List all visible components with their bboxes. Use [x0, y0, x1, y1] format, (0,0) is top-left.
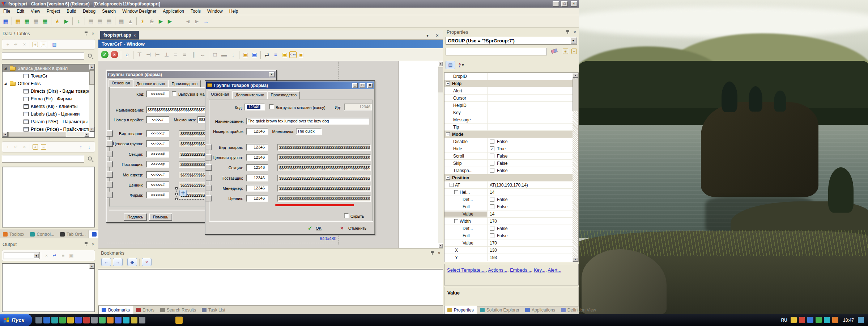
close-pane-icon[interactable]: ×: [438, 251, 441, 255]
window-titlebar[interactable]: fsoptsprt - Clarion [version 6] (Release…: [0, 0, 579, 8]
alphabetical-sort-icon[interactable]: AZ ▼: [457, 61, 467, 69]
tray-icon[interactable]: [807, 317, 813, 323]
lookup-button[interactable]: [106, 181, 113, 188]
mini-toolbar-icon[interactable]: ↵: [12, 143, 20, 151]
close-pane-icon[interactable]: ×: [573, 30, 576, 34]
dock-tab[interactable]: Definition View: [558, 306, 599, 314]
form-preview-window[interactable]: Группы товаров (форма) _ □ × Основная До…: [205, 80, 375, 235]
quick-launch-icon[interactable]: [91, 317, 98, 323]
designer-toolbar-icon[interactable]: ↔: [198, 50, 207, 59]
designer-toolbar-icon[interactable]: ≡: [271, 50, 280, 59]
close-icon[interactable]: ×: [269, 72, 275, 77]
toolbar-icon[interactable]: ▦: [31, 17, 41, 26]
property-checkbox[interactable]: [490, 204, 494, 209]
mini-toolbar-icon[interactable]: +: [33, 144, 38, 150]
quick-launch-icon[interactable]: [35, 317, 42, 323]
property-row[interactable]: Def... False: [444, 225, 573, 232]
language-indicator[interactable]: RU: [781, 318, 787, 323]
code-field[interactable]: 12346: [246, 185, 268, 192]
tray-icon[interactable]: [816, 317, 822, 323]
help-button[interactable]: Помощь: [149, 213, 172, 221]
designer-toolbar-icon[interactable]: ×: [111, 51, 118, 58]
designer-toolbar-icon[interactable]: =: [171, 50, 180, 59]
search-icon[interactable]: [88, 156, 92, 160]
tree-horizontal-scrollbar[interactable]: ◄ ►: [3, 132, 89, 137]
mini-toolbar-icon[interactable]: ▥: [50, 41, 59, 48]
designer-toolbar-icon[interactable]: ⊥: [162, 50, 171, 59]
dock-tab[interactable]: Errors: [133, 306, 157, 314]
toolbar-icon[interactable]: ★: [53, 17, 62, 26]
property-checkbox[interactable]: [490, 161, 494, 166]
output-toolbar-icon[interactable]: ≡: [59, 252, 67, 259]
mini-toolbar-icon[interactable]: −: [41, 144, 46, 150]
columns-list[interactable]: [2, 167, 95, 227]
show-desktop-icon[interactable]: [858, 317, 864, 323]
tree-item[interactable]: ◢ Other Files: [3, 80, 94, 87]
designer-toolbar-icon[interactable]: ▣: [250, 50, 259, 59]
tree-vertical-scrollbar[interactable]: ▲ ▼: [89, 64, 94, 132]
bookmark-toolbar-icon[interactable]: [125, 259, 125, 266]
mini-toolbar-icon[interactable]: [30, 41, 30, 48]
ok-button[interactable]: OK: [316, 226, 322, 230]
collapse-all-icon[interactable]: −: [571, 49, 577, 54]
scroll-down-icon[interactable]: ▼: [573, 257, 578, 262]
mini-toolbar-icon[interactable]: −: [41, 42, 46, 47]
dock-tab[interactable]: Properties: [444, 306, 477, 314]
menu-item[interactable]: File: [0, 8, 13, 15]
mini-toolbar-icon[interactable]: +: [33, 42, 38, 47]
property-row[interactable]: Disable False: [444, 138, 573, 145]
minimize-icon[interactable]: _: [352, 83, 358, 88]
designer-toolbar-icon[interactable]: [239, 51, 239, 59]
code-field[interactable]: <<<<<#: [146, 151, 169, 158]
property-row[interactable]: DropID: [444, 73, 573, 80]
toolbar-icon[interactable]: [12, 17, 12, 25]
tray-icon[interactable]: [824, 317, 830, 323]
property-row[interactable]: − Hei... 14: [444, 189, 573, 196]
canvas-vertical-scrollbar[interactable]: ▲ ▼: [438, 61, 443, 248]
toolbar-icon[interactable]: ◄: [183, 17, 192, 26]
designer-toolbar-icon[interactable]: ∥: [189, 50, 198, 59]
mini-toolbar-icon[interactable]: +: [4, 143, 12, 151]
toolbar-icon[interactable]: ∗: [138, 17, 147, 26]
tab-list-dropdown-icon[interactable]: ▾: [424, 33, 431, 39]
property-checkbox[interactable]: [490, 154, 494, 158]
expander-icon[interactable]: −: [450, 183, 454, 187]
scroll-up-icon[interactable]: ▲: [573, 73, 578, 78]
code-field[interactable]: 12346: [246, 195, 268, 202]
scroll-up-icon[interactable]: ▲: [438, 61, 443, 66]
menu-item[interactable]: Project: [43, 8, 63, 15]
document-close-icon[interactable]: ×: [431, 33, 443, 39]
mini-toolbar-icon[interactable]: +: [4, 41, 12, 48]
vygruzka-checkbox[interactable]: [172, 91, 176, 96]
lookup-button[interactable]: [205, 185, 212, 191]
menu-item[interactable]: Build: [63, 8, 80, 15]
expander-icon[interactable]: −: [446, 176, 450, 180]
menu-item[interactable]: View: [27, 8, 43, 15]
document-tab[interactable]: fsoptsprt.app x: [100, 31, 139, 39]
designer-toolbar-icon[interactable]: ○: [123, 50, 132, 59]
scroll-down-icon[interactable]: ▼: [89, 127, 94, 132]
property-row[interactable]: − AT AT(130,193,170,14): [444, 181, 573, 189]
scroll-down-icon[interactable]: ▼: [438, 243, 443, 248]
designer-window-titlebar[interactable]: TovarGrF - Window: [98, 40, 443, 48]
designer-toolbar-icon[interactable]: [121, 51, 121, 59]
property-filter-input[interactable]: [446, 48, 547, 55]
lookup-button[interactable]: [205, 144, 212, 150]
quick-launch-icon[interactable]: [75, 317, 82, 323]
kod-field[interactable]: 12346: [244, 104, 265, 110]
expand-all-icon[interactable]: +: [563, 49, 568, 54]
table-filter-input[interactable]: [2, 52, 84, 60]
sign-button[interactable]: Подпись: [124, 213, 147, 221]
maximize-icon[interactable]: □: [359, 83, 365, 88]
hide-checkbox[interactable]: [344, 213, 349, 218]
property-row[interactable]: Alert: [444, 87, 573, 95]
tree-item[interactable]: ◢ Запись данных в файл: [3, 64, 94, 72]
code-field[interactable]: 12346: [246, 175, 268, 181]
tree-expander-icon[interactable]: ◢: [4, 82, 8, 85]
bookmark-toolbar-icon[interactable]: →: [113, 258, 123, 266]
property-row[interactable]: HelpID: [444, 102, 573, 109]
designer-toolbar-icon[interactable]: ✓: [101, 51, 109, 58]
code-field[interactable]: <<<<<#: [146, 140, 169, 147]
lookup-button[interactable]: [205, 164, 212, 171]
form-preview-titlebar[interactable]: Группы товаров (форма) _ □ ×: [206, 82, 374, 89]
